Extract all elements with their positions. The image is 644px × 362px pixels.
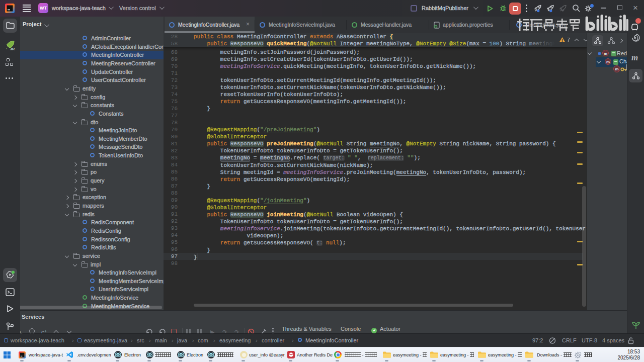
svg-text:JR: JR	[10, 47, 15, 51]
